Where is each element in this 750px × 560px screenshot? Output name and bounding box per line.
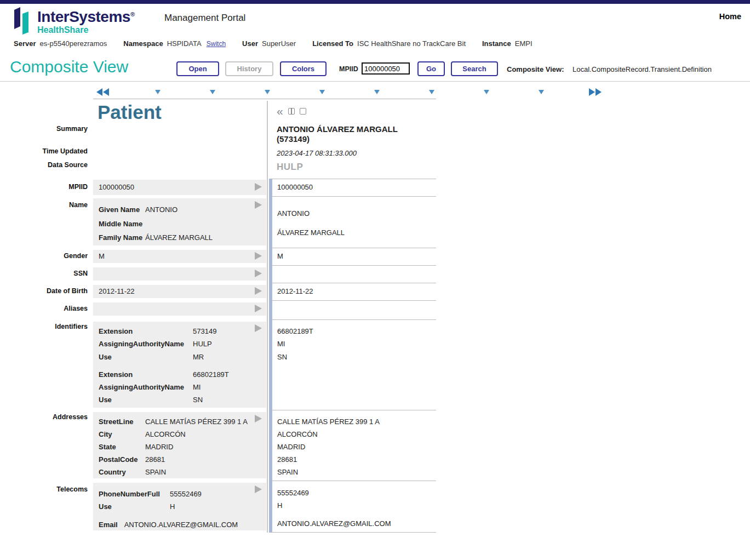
toolbar: Composite View Open History Colors MPIID… — [0, 55, 750, 82]
identifiers-composite-cell: Extension573149 AssigningAuthorityNameHU… — [93, 322, 266, 408]
column-menu-icon[interactable] — [539, 90, 544, 94]
mpiid-label: MPIID — [339, 65, 358, 73]
header-divider — [93, 99, 436, 99]
go-button[interactable]: Go — [417, 61, 445, 76]
row-detail-arrow-icon[interactable] — [255, 183, 262, 191]
ssn-source-cell — [269, 265, 436, 283]
scroll-right-icon[interactable] — [588, 88, 602, 96]
mpiid-composite-cell: 100000050 — [93, 180, 266, 195]
composite-view-page: InterSystems® HealthShare Management Por… — [0, 0, 750, 560]
namespace-info: NamespaceHSPIDATASwitch — [123, 39, 226, 48]
aliases-composite-cell — [93, 302, 266, 316]
column-menu-icon[interactable] — [155, 90, 161, 94]
column-menu-icon[interactable] — [319, 90, 325, 94]
field-label-data-source: Data Source — [0, 161, 88, 169]
field-label-dob: Date of Birth — [0, 287, 88, 295]
column-menu-icon[interactable] — [429, 90, 434, 94]
brand-name: InterSystems — [37, 8, 130, 25]
email-value: ANTONIO.ALVAREZ@GMAIL.COM — [124, 521, 238, 529]
intersystems-logo: InterSystems® HealthShare — [13, 7, 134, 35]
identifiers-source-cell: 66802189T MI SN — [269, 319, 436, 410]
field-label-name: Name — [0, 201, 88, 209]
composite-view-definition-label: Composite View: — [507, 65, 564, 73]
scroll-left-icon[interactable] — [96, 88, 110, 96]
row-detail-arrow-icon[interactable] — [255, 324, 262, 332]
collapse-column-icon[interactable]: « — [277, 107, 283, 115]
server-info: Serveres-p5540perezramos — [14, 39, 107, 48]
mpiid-input[interactable] — [362, 62, 410, 75]
email-label: Email — [99, 521, 118, 529]
row-detail-arrow-icon[interactable] — [255, 201, 262, 209]
page-title: Management Portal — [164, 13, 245, 24]
addresses-composite-cell: StreetLineCALLE MATÍAS PÉREZ 399 1 A Cit… — [93, 412, 266, 478]
dob-composite-cell: 2012-11-22 — [93, 285, 266, 298]
field-label-aliases: Aliases — [0, 305, 88, 312]
field-label-addresses: Addresses — [0, 413, 88, 421]
patient-name: ANTONIO ÁLVAREZ MARGALL (573149) — [277, 124, 411, 144]
gender-composite-cell: M — [93, 250, 266, 263]
addresses-source-cell: CALLE MATÍAS PÉREZ 399 1 A ALCORCÓN MADR… — [269, 410, 436, 481]
field-label-identifiers: Identifiers — [0, 323, 88, 330]
mpiid-source-cell: 100000050 — [269, 179, 436, 196]
top-navy-bar — [0, 0, 750, 4]
composite-view-title: Composite View — [10, 58, 128, 76]
user-info: UserSuperUser — [242, 39, 296, 48]
open-button[interactable]: Open — [176, 61, 219, 76]
dob-source-cell: 2012-11-22 — [269, 283, 436, 300]
column-menu-icon[interactable] — [265, 90, 270, 94]
row-detail-arrow-icon[interactable] — [255, 485, 262, 493]
field-label-mpiid: MPIID — [0, 183, 88, 191]
colors-button[interactable]: Colors — [280, 61, 327, 76]
gender-source-cell: M — [269, 248, 436, 265]
aliases-source-cell — [269, 300, 436, 319]
split-view-icon[interactable] — [288, 108, 295, 115]
field-label-summary: Summary — [0, 125, 88, 133]
ssn-composite-cell — [93, 267, 266, 281]
column-menu-icon[interactable] — [210, 90, 215, 94]
time-updated-value: 2023-04-17 08:31:33.000 — [277, 149, 436, 157]
field-label-telecoms: Telecoms — [0, 485, 88, 493]
switch-namespace-link[interactable]: Switch — [207, 40, 226, 48]
composite-view-definition-value: Local.CompositeRecord.Transient.Definiti… — [572, 65, 712, 73]
row-detail-arrow-icon[interactable] — [255, 252, 262, 260]
registered-mark: ® — [130, 11, 135, 18]
column-menu-icon[interactable] — [374, 90, 380, 94]
instance-info: InstanceEMPI — [482, 39, 533, 48]
mpiid-value: 100000050 — [93, 180, 266, 195]
name-source-cell: ANTONIO ÁLVAREZ MARGALL — [269, 196, 436, 248]
name-composite-cell: Given NameANTONIO Middle Name Family Nam… — [93, 198, 266, 245]
row-detail-arrow-icon[interactable] — [255, 287, 262, 295]
field-label-time-updated: Time Updated — [0, 147, 88, 155]
row-detail-arrow-icon[interactable] — [255, 305, 262, 312]
column-menu-icon[interactable] — [484, 90, 489, 94]
row-detail-arrow-icon[interactable] — [255, 415, 262, 422]
field-label-gender: Gender — [0, 252, 88, 260]
gender-value: M — [93, 250, 266, 263]
telecoms-composite-cell: PhoneNumberFull55552469 UseH EmailANTONI… — [93, 483, 266, 530]
dob-value: 2012-11-22 — [93, 285, 266, 298]
panel-title-patient: Patient — [98, 101, 162, 123]
telecoms-source-cell: 55552469 H ANTONIO.ALVAREZ@GMAIL.COM — [269, 481, 436, 533]
licensed-to-info: Licensed ToISC HealthShare no TrackCare … — [312, 39, 466, 48]
search-button[interactable]: Search — [451, 61, 498, 76]
patient-summary-cell: « ANTONIO ÁLVAREZ MARGALL (573149) 2023-… — [269, 101, 436, 173]
field-label-ssn: SSN — [0, 270, 88, 277]
column-divider — [267, 101, 268, 533]
expand-view-icon[interactable] — [300, 108, 306, 115]
server-info-bar: Serveres-p5540perezramos NamespaceHSPIDA… — [14, 39, 533, 48]
row-detail-arrow-icon[interactable] — [255, 270, 262, 277]
home-link[interactable]: Home — [719, 12, 741, 21]
brand-product: HealthShare — [37, 25, 134, 35]
data-source-value: HULP — [277, 162, 436, 173]
intersystems-logo-icon — [13, 7, 33, 35]
history-button[interactable]: History — [225, 61, 273, 76]
